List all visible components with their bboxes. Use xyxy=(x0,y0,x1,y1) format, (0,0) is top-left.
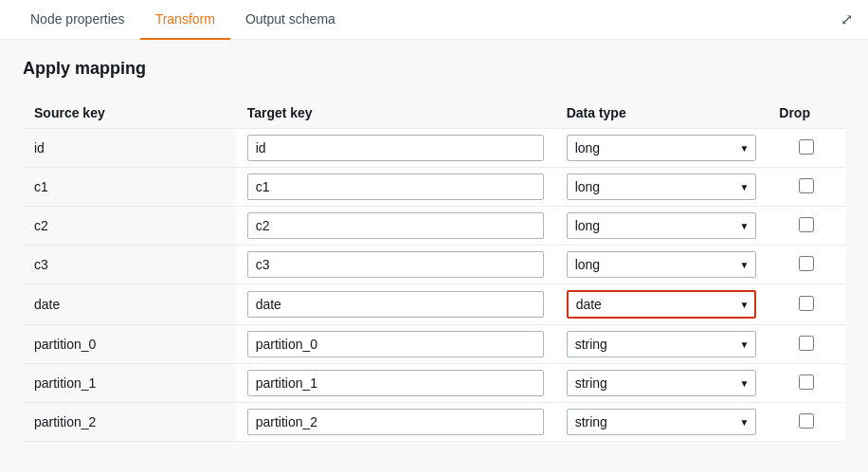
section-title: Apply mapping xyxy=(23,59,845,79)
target-key-input[interactable] xyxy=(247,251,544,278)
table-row: idbooleanbytedatedecimaldoublefloatintlo… xyxy=(23,129,845,168)
col-header-target: Target key xyxy=(236,98,555,129)
tab-bar: Node properties Transform Output schema … xyxy=(0,0,868,40)
source-key-cell: partition_1 xyxy=(23,364,236,403)
tab-node-properties[interactable]: Node properties xyxy=(15,0,140,40)
target-key-input[interactable] xyxy=(247,212,544,239)
table-row: datebooleanbytedatedecimaldoublefloatint… xyxy=(23,284,845,325)
drop-cell xyxy=(768,284,845,325)
drop-checkbox[interactable] xyxy=(799,336,814,351)
data-type-select[interactable]: booleanbytedatedecimaldoublefloatintlong… xyxy=(567,251,757,278)
source-key-cell: c3 xyxy=(23,246,236,284)
table-row: c2booleanbytedatedecimaldoublefloatintlo… xyxy=(23,207,845,246)
table-row: c3booleanbytedatedecimaldoublefloatintlo… xyxy=(23,246,845,284)
table-row: partition_0booleanbytedatedecimaldoublef… xyxy=(23,325,845,364)
col-header-source: Source key xyxy=(23,98,236,129)
data-type-cell: booleanbytedatedecimaldoublefloatintlong… xyxy=(555,129,769,168)
drop-cell xyxy=(768,246,845,284)
source-key-cell: partition_2 xyxy=(23,403,236,442)
table-row: partition_2booleanbytedatedecimaldoublef… xyxy=(23,403,845,442)
target-key-cell xyxy=(236,364,555,403)
data-type-cell: booleanbytedatedecimaldoublefloatintlong… xyxy=(555,246,769,284)
drop-cell xyxy=(768,403,845,442)
mapping-table: Source key Target key Data type Drop idb… xyxy=(23,98,845,442)
drop-checkbox[interactable] xyxy=(799,296,814,311)
data-type-cell: booleanbytedatedecimaldoublefloatintlong… xyxy=(555,403,769,442)
main-content: Apply mapping Source key Target key Data… xyxy=(0,40,868,472)
data-type-cell: booleanbytedatedecimaldoublefloatintlong… xyxy=(555,168,769,207)
drop-checkbox[interactable] xyxy=(799,375,814,390)
target-key-cell xyxy=(236,168,555,207)
drop-cell xyxy=(768,129,845,168)
target-key-input[interactable] xyxy=(247,135,544,161)
drop-cell xyxy=(768,168,845,207)
target-key-cell xyxy=(236,284,555,325)
drop-checkbox[interactable] xyxy=(799,256,814,271)
tab-transform[interactable]: Transform xyxy=(140,0,230,40)
data-type-select[interactable]: booleanbytedatedecimaldoublefloatintlong… xyxy=(567,135,757,161)
target-key-cell xyxy=(236,129,555,168)
target-key-cell xyxy=(236,403,555,442)
data-type-select[interactable]: booleanbytedatedecimaldoublefloatintlong… xyxy=(567,331,757,357)
drop-checkbox[interactable] xyxy=(799,139,814,155)
table-row: partition_1booleanbytedatedecimaldoublef… xyxy=(23,364,845,403)
data-type-select[interactable]: booleanbytedatedecimaldoublefloatintlong… xyxy=(567,409,757,435)
target-key-input[interactable] xyxy=(247,291,544,318)
drop-cell xyxy=(768,207,845,246)
col-header-datatype: Data type xyxy=(555,98,769,129)
data-type-cell: booleanbytedatedecimaldoublefloatintlong… xyxy=(555,207,769,246)
drop-checkbox[interactable] xyxy=(799,217,814,232)
target-key-cell xyxy=(236,246,555,284)
target-key-cell xyxy=(236,325,555,364)
source-key-cell: date xyxy=(23,284,236,325)
target-key-input[interactable] xyxy=(247,370,544,396)
table-header-row: Source key Target key Data type Drop xyxy=(23,98,845,129)
data-type-select[interactable]: booleanbytedatedecimaldoublefloatintlong… xyxy=(567,212,757,239)
source-key-cell: c1 xyxy=(23,168,236,207)
source-key-cell: partition_0 xyxy=(23,325,236,364)
data-type-select[interactable]: booleanbytedatedecimaldoublefloatintlong… xyxy=(567,370,757,396)
data-type-cell: booleanbytedatedecimaldoublefloatintlong… xyxy=(555,284,769,325)
tab-output-schema[interactable]: Output schema xyxy=(230,0,351,40)
source-key-cell: c2 xyxy=(23,207,236,246)
drop-cell xyxy=(768,364,845,403)
target-key-input[interactable] xyxy=(247,174,544,200)
drop-cell xyxy=(768,325,845,364)
target-key-input[interactable] xyxy=(247,409,544,435)
table-row: c1booleanbytedatedecimaldoublefloatintlo… xyxy=(23,168,845,207)
data-type-cell: booleanbytedatedecimaldoublefloatintlong… xyxy=(555,364,769,403)
source-key-cell: id xyxy=(23,129,236,168)
data-type-select[interactable]: booleanbytedatedecimaldoublefloatintlong… xyxy=(567,174,757,200)
col-header-drop: Drop xyxy=(768,98,845,129)
data-type-select[interactable]: booleanbytedatedecimaldoublefloatintlong… xyxy=(567,290,757,319)
data-type-cell: booleanbytedatedecimaldoublefloatintlong… xyxy=(555,325,769,364)
drop-checkbox[interactable] xyxy=(799,413,814,429)
drop-checkbox[interactable] xyxy=(799,178,814,193)
expand-icon[interactable]: ⤢ xyxy=(841,10,853,28)
target-key-input[interactable] xyxy=(247,331,544,357)
target-key-cell xyxy=(236,207,555,246)
